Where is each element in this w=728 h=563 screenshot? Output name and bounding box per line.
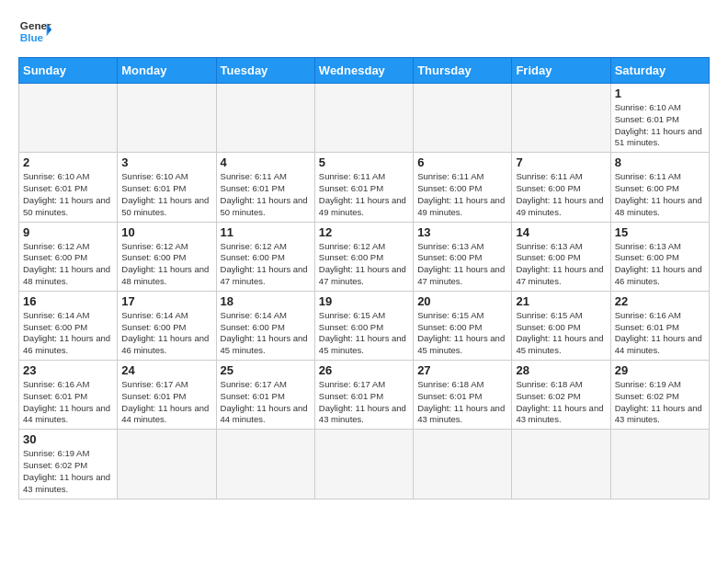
calendar-day-14: 14Sunrise: 6:13 AMSunset: 6:00 PMDayligh…: [512, 222, 610, 291]
calendar-day-empty: [118, 84, 216, 153]
day-number: 7: [516, 155, 606, 169]
day-info: Sunrise: 6:11 AMSunset: 6:01 PMDaylight:…: [319, 171, 409, 218]
calendar-row: 30Sunrise: 6:19 AMSunset: 6:02 PMDayligh…: [19, 430, 710, 499]
day-info: Sunrise: 6:13 AMSunset: 6:00 PMDaylight:…: [417, 241, 507, 288]
day-info: Sunrise: 6:10 AMSunset: 6:01 PMDaylight:…: [615, 102, 705, 149]
page: General Blue SundayMondayTuesdayWednesda…: [0, 0, 728, 518]
day-number: 4: [221, 155, 311, 169]
calendar-day-4: 4Sunrise: 6:11 AMSunset: 6:01 PMDaylight…: [216, 153, 314, 222]
svg-text:Blue: Blue: [20, 31, 44, 43]
calendar-row: 1Sunrise: 6:10 AMSunset: 6:01 PMDaylight…: [19, 84, 710, 153]
calendar-day-8: 8Sunrise: 6:11 AMSunset: 6:00 PMDaylight…: [610, 153, 709, 222]
day-info: Sunrise: 6:18 AMSunset: 6:02 PMDaylight:…: [516, 379, 606, 426]
calendar-day-26: 26Sunrise: 6:17 AMSunset: 6:01 PMDayligh…: [314, 361, 413, 430]
day-number: 12: [319, 225, 409, 239]
day-number: 9: [23, 225, 113, 239]
logo-icon: General Blue: [18, 15, 51, 48]
calendar-day-empty: [414, 430, 512, 499]
calendar-day-10: 10Sunrise: 6:12 AMSunset: 6:00 PMDayligh…: [118, 222, 216, 291]
day-number: 22: [615, 294, 705, 308]
calendar-day-21: 21Sunrise: 6:15 AMSunset: 6:00 PMDayligh…: [512, 291, 610, 360]
day-number: 24: [121, 363, 211, 377]
day-number: 1: [615, 86, 705, 100]
day-info: Sunrise: 6:11 AMSunset: 6:01 PMDaylight:…: [221, 171, 311, 218]
day-number: 25: [221, 363, 311, 377]
calendar-day-15: 15Sunrise: 6:13 AMSunset: 6:00 PMDayligh…: [610, 222, 709, 291]
calendar-day-28: 28Sunrise: 6:18 AMSunset: 6:02 PMDayligh…: [512, 361, 610, 430]
day-number: 2: [23, 155, 113, 169]
day-info: Sunrise: 6:11 AMSunset: 6:00 PMDaylight:…: [615, 171, 705, 218]
calendar-day-25: 25Sunrise: 6:17 AMSunset: 6:01 PMDayligh…: [216, 361, 314, 430]
day-info: Sunrise: 6:14 AMSunset: 6:00 PMDaylight:…: [121, 310, 211, 357]
weekday-header-sunday: Sunday: [19, 58, 118, 84]
day-info: Sunrise: 6:13 AMSunset: 6:00 PMDaylight:…: [615, 241, 705, 288]
day-info: Sunrise: 6:13 AMSunset: 6:00 PMDaylight:…: [516, 241, 606, 288]
day-number: 30: [23, 432, 113, 446]
calendar-day-9: 9Sunrise: 6:12 AMSunset: 6:00 PMDaylight…: [19, 222, 118, 291]
day-info: Sunrise: 6:17 AMSunset: 6:01 PMDaylight:…: [121, 379, 211, 426]
calendar-day-7: 7Sunrise: 6:11 AMSunset: 6:00 PMDaylight…: [512, 153, 610, 222]
day-number: 15: [615, 225, 705, 239]
calendar-day-20: 20Sunrise: 6:15 AMSunset: 6:00 PMDayligh…: [414, 291, 512, 360]
day-info: Sunrise: 6:12 AMSunset: 6:00 PMDaylight:…: [221, 241, 311, 288]
day-info: Sunrise: 6:12 AMSunset: 6:00 PMDaylight:…: [319, 241, 409, 288]
day-number: 5: [319, 155, 409, 169]
calendar-table: SundayMondayTuesdayWednesdayThursdayFrid…: [18, 57, 710, 500]
day-number: 28: [516, 363, 606, 377]
day-number: 21: [516, 294, 606, 308]
calendar-day-17: 17Sunrise: 6:14 AMSunset: 6:00 PMDayligh…: [118, 291, 216, 360]
calendar-day-23: 23Sunrise: 6:16 AMSunset: 6:01 PMDayligh…: [19, 361, 118, 430]
day-number: 29: [615, 363, 705, 377]
day-info: Sunrise: 6:17 AMSunset: 6:01 PMDaylight:…: [221, 379, 311, 426]
calendar-day-empty: [512, 430, 610, 499]
day-number: 6: [417, 155, 507, 169]
day-number: 14: [516, 225, 606, 239]
day-number: 11: [221, 225, 311, 239]
calendar-day-2: 2Sunrise: 6:10 AMSunset: 6:01 PMDaylight…: [19, 153, 118, 222]
calendar-day-empty: [118, 430, 216, 499]
calendar-day-19: 19Sunrise: 6:15 AMSunset: 6:00 PMDayligh…: [314, 291, 413, 360]
weekday-header-saturday: Saturday: [610, 58, 709, 84]
calendar-day-empty: [314, 430, 413, 499]
day-info: Sunrise: 6:15 AMSunset: 6:00 PMDaylight:…: [417, 310, 507, 357]
calendar-day-22: 22Sunrise: 6:16 AMSunset: 6:01 PMDayligh…: [610, 291, 709, 360]
calendar-day-18: 18Sunrise: 6:14 AMSunset: 6:00 PMDayligh…: [216, 291, 314, 360]
day-number: 20: [417, 294, 507, 308]
calendar-day-empty: [216, 430, 314, 499]
calendar-day-16: 16Sunrise: 6:14 AMSunset: 6:00 PMDayligh…: [19, 291, 118, 360]
day-number: 17: [121, 294, 211, 308]
day-info: Sunrise: 6:19 AMSunset: 6:02 PMDaylight:…: [23, 448, 113, 495]
day-info: Sunrise: 6:16 AMSunset: 6:01 PMDaylight:…: [23, 379, 113, 426]
calendar-day-11: 11Sunrise: 6:12 AMSunset: 6:00 PMDayligh…: [216, 222, 314, 291]
calendar-day-empty: [314, 84, 413, 153]
header: General Blue: [18, 15, 710, 48]
calendar-day-24: 24Sunrise: 6:17 AMSunset: 6:01 PMDayligh…: [118, 361, 216, 430]
logo: General Blue: [18, 15, 51, 48]
day-number: 18: [221, 294, 311, 308]
calendar-day-5: 5Sunrise: 6:11 AMSunset: 6:01 PMDaylight…: [314, 153, 413, 222]
calendar-row: 9Sunrise: 6:12 AMSunset: 6:00 PMDaylight…: [19, 222, 710, 291]
calendar-day-6: 6Sunrise: 6:11 AMSunset: 6:00 PMDaylight…: [414, 153, 512, 222]
day-number: 3: [121, 155, 211, 169]
day-number: 27: [417, 363, 507, 377]
day-number: 23: [23, 363, 113, 377]
weekday-header-wednesday: Wednesday: [314, 58, 413, 84]
day-info: Sunrise: 6:18 AMSunset: 6:01 PMDaylight:…: [417, 379, 507, 426]
day-info: Sunrise: 6:10 AMSunset: 6:01 PMDaylight:…: [23, 171, 113, 218]
calendar-day-empty: [19, 84, 118, 153]
day-info: Sunrise: 6:15 AMSunset: 6:00 PMDaylight:…: [516, 310, 606, 357]
day-info: Sunrise: 6:14 AMSunset: 6:00 PMDaylight:…: [221, 310, 311, 357]
calendar-day-29: 29Sunrise: 6:19 AMSunset: 6:02 PMDayligh…: [610, 361, 709, 430]
day-number: 19: [319, 294, 409, 308]
day-info: Sunrise: 6:15 AMSunset: 6:00 PMDaylight:…: [319, 310, 409, 357]
day-info: Sunrise: 6:19 AMSunset: 6:02 PMDaylight:…: [615, 379, 705, 426]
calendar-day-13: 13Sunrise: 6:13 AMSunset: 6:00 PMDayligh…: [414, 222, 512, 291]
calendar-row: 16Sunrise: 6:14 AMSunset: 6:00 PMDayligh…: [19, 291, 710, 360]
day-info: Sunrise: 6:12 AMSunset: 6:00 PMDaylight:…: [121, 241, 211, 288]
calendar-day-30: 30Sunrise: 6:19 AMSunset: 6:02 PMDayligh…: [19, 430, 118, 499]
calendar-day-empty: [216, 84, 314, 153]
calendar-row: 23Sunrise: 6:16 AMSunset: 6:01 PMDayligh…: [19, 361, 710, 430]
day-number: 13: [417, 225, 507, 239]
calendar-day-12: 12Sunrise: 6:12 AMSunset: 6:00 PMDayligh…: [314, 222, 413, 291]
calendar-day-empty: [414, 84, 512, 153]
